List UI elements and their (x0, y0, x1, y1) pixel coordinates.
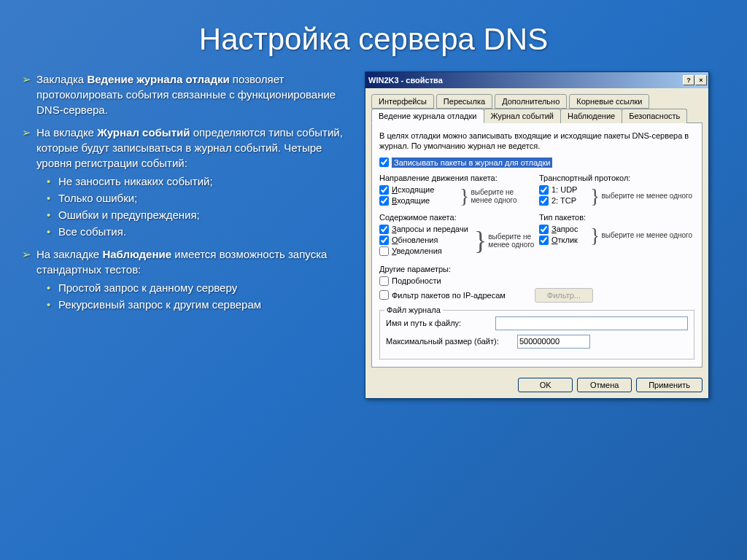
details-label: Подробности (392, 276, 441, 285)
tab-panel: В целях отладки можно записывать входящи… (371, 122, 703, 368)
outgoing-checkbox[interactable] (379, 185, 389, 195)
tabs-row-1: Интерфейсы Пересылка Дополнительно Корне… (371, 94, 703, 109)
content-title: Содержимое пакета: (379, 213, 535, 222)
queries-checkbox[interactable] (379, 225, 389, 234)
file-log-group: Файл журнала Имя и путь к файлу: Максима… (379, 310, 694, 359)
brace-icon: } (460, 189, 469, 203)
main-log-label: Записывать пакеты в журнал для отладки (392, 158, 552, 168)
sub-bullet: Не заносить никаких событий; (36, 174, 350, 189)
cancel-button[interactable]: Отмена (577, 378, 632, 392)
sub-bullet: Простой запрос к данному серверу (36, 280, 350, 295)
sub-bullet: Рекурсивный запрос к другим серверам (36, 297, 350, 312)
maxsize-input[interactable] (517, 335, 590, 349)
updates-checkbox[interactable] (379, 236, 389, 245)
tab-security[interactable]: Безопасность (622, 109, 687, 123)
other-params-title: Другие параметры: (379, 265, 694, 273)
tcp-label: 2: TCP (551, 196, 576, 205)
hint-text: выберите не менее одного (601, 231, 692, 239)
bullet-item: Закладка Ведение журнала отладки позволя… (22, 71, 350, 117)
ok-button[interactable]: OK (518, 378, 573, 392)
notifications-checkbox[interactable] (379, 246, 389, 256)
tab-event-log[interactable]: Журнал событий (484, 109, 561, 123)
request-label: Запрос (551, 225, 578, 233)
queries-label: Запросы и передачи (392, 225, 468, 233)
properties-dialog: WIN2K3 - свойства ? × Интерфейсы Пересыл… (365, 71, 709, 399)
description-text: В целях отладки можно записывать входящи… (379, 131, 694, 152)
filepath-label: Имя и путь к файлу: (386, 319, 495, 327)
ipfilter-label: Фильтр пакетов по IP-адресам (392, 291, 506, 300)
tab-forwarding[interactable]: Пересылка (436, 94, 492, 109)
tabs-row-2: Ведение журнала отладки Журнал событий Н… (371, 109, 703, 123)
close-button[interactable]: × (695, 75, 707, 85)
request-checkbox[interactable] (539, 225, 549, 234)
updates-label: Обновления (392, 236, 438, 244)
direction-title: Направление движения пакета: (379, 174, 535, 182)
brace-icon: } (590, 189, 600, 203)
sub-bullet: Ошибки и предупреждения; (36, 207, 350, 222)
apply-button[interactable]: Применить (636, 378, 703, 392)
sub-bullet: Все события. (36, 224, 350, 239)
pkttype-title: Тип пакетов: (539, 213, 694, 222)
hint-text: выберите не менее одного (471, 188, 535, 204)
details-checkbox[interactable] (379, 276, 389, 286)
file-log-legend: Файл журнала (384, 306, 443, 314)
incoming-checkbox[interactable] (379, 196, 389, 206)
tcp-checkbox[interactable] (539, 196, 549, 206)
hint-text: выберите не менее одного (601, 192, 692, 200)
brace-icon: } (474, 233, 487, 248)
tab-interfaces[interactable]: Интерфейсы (371, 94, 434, 109)
filepath-input[interactable] (495, 316, 688, 330)
ipfilter-checkbox[interactable] (379, 290, 389, 300)
maxsize-label: Максимальный размер (байт): (386, 337, 517, 346)
text-column: Закладка Ведение журнала отладки позволя… (22, 71, 350, 399)
brace-icon: } (590, 228, 600, 243)
window-title: WIN2K3 - свойства (368, 76, 683, 85)
bullet-item: На вкладке Журнал событий определяются т… (22, 125, 350, 239)
notifications-label: Уведомления (392, 246, 442, 255)
slide-title: Настройка сервера DNS (0, 0, 747, 71)
tab-advanced[interactable]: Дополнительно (495, 94, 567, 109)
hint-text: выберите не менее одного (488, 233, 535, 249)
tab-debug-logging[interactable]: Ведение журнала отладки (371, 109, 484, 123)
titlebar[interactable]: WIN2K3 - свойства ? × (365, 72, 708, 88)
udp-label: 1: UDP (551, 185, 577, 194)
tab-root-hints[interactable]: Корневые ссылки (569, 94, 649, 109)
main-log-checkbox[interactable] (379, 158, 389, 167)
response-label: Отклик (551, 236, 578, 244)
tab-monitoring[interactable]: Наблюдение (560, 109, 622, 123)
bullet-item: На закладке Наблюдение имеется возможнос… (22, 246, 350, 312)
sub-bullet: Только ошибки; (36, 190, 350, 206)
incoming-label: Входящие (392, 196, 430, 205)
filter-button: Фильтр... (535, 288, 593, 303)
response-checkbox[interactable] (539, 236, 549, 245)
help-button[interactable]: ? (683, 75, 694, 85)
outgoing-label: Исходящие (392, 185, 434, 194)
transport-title: Транспортный протокол: (539, 174, 694, 182)
udp-checkbox[interactable] (539, 185, 549, 195)
